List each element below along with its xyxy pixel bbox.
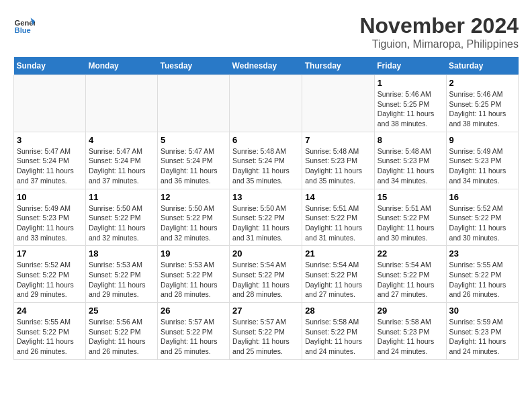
day-info: Sunrise: 5:50 AMSunset: 5:22 PMDaylight:…: [232, 203, 299, 243]
day-number: 22: [378, 248, 443, 259]
day-number: 3: [17, 135, 83, 145]
day-info: Sunrise: 5:58 AMSunset: 5:23 PMDaylight:…: [378, 317, 443, 357]
calendar-cell: 22Sunrise: 5:54 AMSunset: 5:22 PMDayligh…: [374, 246, 446, 303]
day-number: 29: [378, 306, 443, 316]
calendar-cell: 11Sunrise: 5:50 AMSunset: 5:22 PMDayligh…: [85, 189, 157, 246]
calendar-cell: 5Sunrise: 5:47 AMSunset: 5:24 PMDaylight…: [157, 132, 229, 189]
day-number: 6: [232, 135, 299, 145]
day-number: 23: [449, 248, 515, 259]
day-number: 28: [305, 306, 371, 316]
day-number: 9: [449, 135, 515, 145]
calendar-cell: 6Sunrise: 5:48 AMSunset: 5:24 PMDaylight…: [230, 132, 302, 189]
weekday-header-thursday: Thursday: [302, 57, 374, 75]
calendar-cell: 17Sunrise: 5:52 AMSunset: 5:22 PMDayligh…: [14, 246, 86, 303]
day-info: Sunrise: 5:53 AMSunset: 5:22 PMDaylight:…: [89, 260, 154, 300]
header: General Blue November 2024 Tiguion, Mima…: [13, 13, 519, 50]
week-row-1: 1Sunrise: 5:46 AMSunset: 5:25 PMDaylight…: [14, 75, 519, 132]
calendar-cell: 15Sunrise: 5:51 AMSunset: 5:22 PMDayligh…: [374, 189, 446, 246]
calendar-cell: 24Sunrise: 5:55 AMSunset: 5:22 PMDayligh…: [14, 303, 86, 360]
day-info: Sunrise: 5:57 AMSunset: 5:22 PMDaylight:…: [232, 317, 299, 357]
day-info: Sunrise: 5:56 AMSunset: 5:22 PMDaylight:…: [89, 317, 154, 357]
weekday-header-sunday: Sunday: [14, 57, 86, 75]
day-info: Sunrise: 5:49 AMSunset: 5:23 PMDaylight:…: [449, 146, 515, 186]
day-number: 27: [232, 306, 299, 316]
calendar-cell: 30Sunrise: 5:59 AMSunset: 5:23 PMDayligh…: [446, 303, 518, 360]
week-row-5: 24Sunrise: 5:55 AMSunset: 5:22 PMDayligh…: [14, 303, 519, 360]
day-info: Sunrise: 5:48 AMSunset: 5:23 PMDaylight:…: [378, 146, 443, 186]
day-info: Sunrise: 5:46 AMSunset: 5:25 PMDaylight:…: [449, 89, 515, 129]
day-number: 18: [89, 248, 154, 259]
calendar-cell: [302, 75, 374, 132]
day-info: Sunrise: 5:47 AMSunset: 5:24 PMDaylight:…: [17, 146, 83, 186]
day-info: Sunrise: 5:47 AMSunset: 5:24 PMDaylight:…: [89, 146, 154, 186]
day-info: Sunrise: 5:48 AMSunset: 5:24 PMDaylight:…: [232, 146, 299, 186]
day-info: Sunrise: 5:47 AMSunset: 5:24 PMDaylight:…: [161, 146, 226, 186]
day-number: 17: [17, 248, 83, 259]
day-number: 5: [161, 135, 226, 145]
day-info: Sunrise: 5:50 AMSunset: 5:22 PMDaylight:…: [89, 203, 154, 243]
week-row-2: 3Sunrise: 5:47 AMSunset: 5:24 PMDaylight…: [14, 132, 519, 189]
calendar-cell: 21Sunrise: 5:54 AMSunset: 5:22 PMDayligh…: [302, 246, 374, 303]
day-info: Sunrise: 5:52 AMSunset: 5:22 PMDaylight:…: [449, 203, 515, 243]
day-info: Sunrise: 5:51 AMSunset: 5:22 PMDaylight:…: [305, 203, 371, 243]
day-number: 19: [161, 248, 226, 259]
day-number: 15: [378, 192, 443, 202]
day-number: 13: [232, 192, 299, 202]
calendar-cell: 19Sunrise: 5:53 AMSunset: 5:22 PMDayligh…: [157, 246, 229, 303]
day-info: Sunrise: 5:46 AMSunset: 5:25 PMDaylight:…: [378, 89, 443, 129]
day-info: Sunrise: 5:51 AMSunset: 5:22 PMDaylight:…: [378, 203, 443, 243]
weekday-header-row: SundayMondayTuesdayWednesdayThursdayFrid…: [14, 57, 519, 75]
calendar-cell: 25Sunrise: 5:56 AMSunset: 5:22 PMDayligh…: [85, 303, 157, 360]
calendar-cell: 3Sunrise: 5:47 AMSunset: 5:24 PMDaylight…: [14, 132, 86, 189]
day-info: Sunrise: 5:48 AMSunset: 5:23 PMDaylight:…: [305, 146, 371, 186]
day-number: 7: [305, 135, 371, 145]
logo: General Blue: [13, 13, 35, 35]
weekday-header-monday: Monday: [85, 57, 157, 75]
day-number: 26: [161, 306, 226, 316]
calendar-cell: 29Sunrise: 5:58 AMSunset: 5:23 PMDayligh…: [374, 303, 446, 360]
weekday-header-tuesday: Tuesday: [157, 57, 229, 75]
day-info: Sunrise: 5:55 AMSunset: 5:22 PMDaylight:…: [17, 317, 83, 357]
calendar-cell: 7Sunrise: 5:48 AMSunset: 5:23 PMDaylight…: [302, 132, 374, 189]
day-number: 24: [17, 306, 83, 316]
day-info: Sunrise: 5:49 AMSunset: 5:23 PMDaylight:…: [17, 203, 83, 243]
day-number: 8: [378, 135, 443, 145]
day-number: 16: [449, 192, 515, 202]
calendar-cell: 9Sunrise: 5:49 AMSunset: 5:23 PMDaylight…: [446, 132, 518, 189]
calendar-table: SundayMondayTuesdayWednesdayThursdayFrid…: [13, 57, 519, 360]
calendar-cell: 20Sunrise: 5:54 AMSunset: 5:22 PMDayligh…: [230, 246, 302, 303]
calendar-cell: 4Sunrise: 5:47 AMSunset: 5:24 PMDaylight…: [85, 132, 157, 189]
calendar-cell: 10Sunrise: 5:49 AMSunset: 5:23 PMDayligh…: [14, 189, 86, 246]
weekday-header-friday: Friday: [374, 57, 446, 75]
calendar-cell: 13Sunrise: 5:50 AMSunset: 5:22 PMDayligh…: [230, 189, 302, 246]
calendar-cell: 16Sunrise: 5:52 AMSunset: 5:22 PMDayligh…: [446, 189, 518, 246]
title-area: November 2024 Tiguion, Mimaropa, Philipp…: [359, 13, 519, 50]
calendar-cell: [85, 75, 157, 132]
day-number: 4: [89, 135, 154, 145]
calendar-cell: 8Sunrise: 5:48 AMSunset: 5:23 PMDaylight…: [374, 132, 446, 189]
day-info: Sunrise: 5:58 AMSunset: 5:22 PMDaylight:…: [305, 317, 371, 357]
svg-text:Blue: Blue: [15, 26, 31, 34]
day-number: 30: [449, 306, 515, 316]
calendar-cell: [230, 75, 302, 132]
day-info: Sunrise: 5:54 AMSunset: 5:22 PMDaylight:…: [232, 260, 299, 300]
week-row-3: 10Sunrise: 5:49 AMSunset: 5:23 PMDayligh…: [14, 189, 519, 246]
day-number: 25: [89, 306, 154, 316]
day-info: Sunrise: 5:55 AMSunset: 5:22 PMDaylight:…: [449, 260, 515, 300]
calendar-cell: 12Sunrise: 5:50 AMSunset: 5:22 PMDayligh…: [157, 189, 229, 246]
day-info: Sunrise: 5:54 AMSunset: 5:22 PMDaylight:…: [305, 260, 371, 300]
day-info: Sunrise: 5:54 AMSunset: 5:22 PMDaylight:…: [378, 260, 443, 300]
calendar-cell: [157, 75, 229, 132]
logo-icon: General Blue: [13, 13, 35, 35]
calendar-cell: 28Sunrise: 5:58 AMSunset: 5:22 PMDayligh…: [302, 303, 374, 360]
calendar-cell: [14, 75, 86, 132]
calendar-cell: 1Sunrise: 5:46 AMSunset: 5:25 PMDaylight…: [374, 75, 446, 132]
day-number: 14: [305, 192, 371, 202]
day-info: Sunrise: 5:52 AMSunset: 5:22 PMDaylight:…: [17, 260, 83, 300]
weekday-header-saturday: Saturday: [446, 57, 518, 75]
calendar-cell: 14Sunrise: 5:51 AMSunset: 5:22 PMDayligh…: [302, 189, 374, 246]
weekday-header-wednesday: Wednesday: [230, 57, 302, 75]
calendar-cell: 2Sunrise: 5:46 AMSunset: 5:25 PMDaylight…: [446, 75, 518, 132]
day-info: Sunrise: 5:57 AMSunset: 5:22 PMDaylight:…: [161, 317, 226, 357]
location: Tiguion, Mimaropa, Philippines: [359, 38, 519, 50]
